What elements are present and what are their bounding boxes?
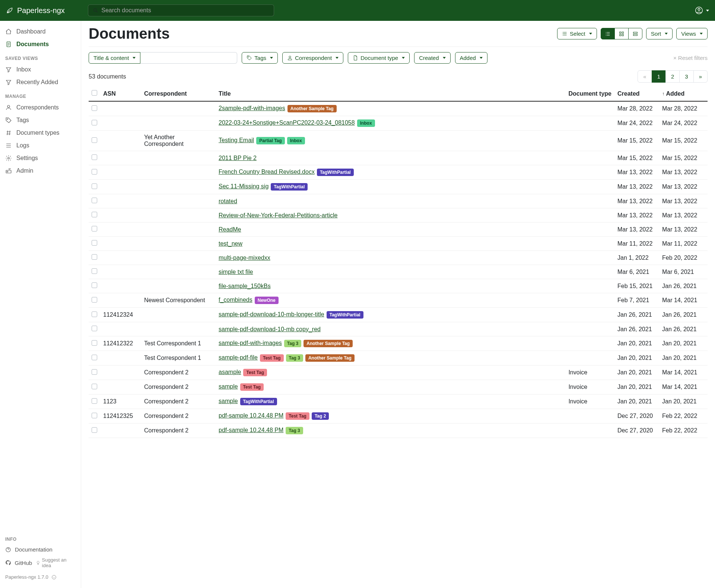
search-input[interactable] [101, 7, 269, 14]
document-link[interactable]: Testing Email [219, 137, 254, 143]
row-checkbox[interactable] [92, 355, 97, 360]
tag-badge[interactable]: Another Sample Tag [287, 105, 337, 112]
tag-badge[interactable]: Inbox [357, 119, 375, 127]
row-checkbox[interactable] [92, 427, 97, 433]
document-link[interactable]: pdf-sample 10.24.48 PM [219, 427, 283, 433]
cell-correspondent[interactable]: Newest Correspondent [141, 293, 216, 308]
document-link[interactable]: simple txt file [219, 269, 253, 275]
view-large-button[interactable] [628, 28, 642, 39]
tag-badge[interactable]: Another Sample Tag [304, 340, 353, 347]
row-checkbox[interactable] [92, 297, 97, 303]
row-checkbox[interactable] [92, 413, 97, 418]
row-checkbox[interactable] [92, 254, 97, 260]
tag-badge[interactable]: Tag 3 [286, 427, 303, 434]
filter-created-button[interactable]: Created [414, 52, 450, 64]
document-link[interactable]: sample-pdf-download-10-mb copy_red [219, 326, 321, 332]
tag-badge[interactable]: Tag 2 [312, 412, 329, 420]
row-checkbox[interactable] [92, 105, 97, 111]
row-checkbox[interactable] [92, 183, 97, 189]
sort-button[interactable]: Sort [646, 28, 673, 39]
row-checkbox[interactable] [92, 326, 97, 331]
row-checkbox[interactable] [92, 198, 97, 203]
select-button[interactable]: Select [557, 28, 597, 39]
row-checkbox[interactable] [92, 169, 97, 175]
document-link[interactable]: f_combineds [219, 297, 252, 303]
cell-correspondent[interactable]: Correspondent 2 [141, 424, 216, 438]
document-link[interactable]: 2sample-pdf-with-images [219, 105, 285, 111]
sidebar-item-dashboard[interactable]: Dashboard [0, 25, 81, 38]
tag-badge[interactable]: TagWithPartial [271, 183, 308, 191]
suggest-idea-link[interactable]: Suggest an idea [36, 557, 76, 568]
page-«[interactable]: « [638, 70, 652, 83]
document-link[interactable]: sample-pdf-file [219, 354, 258, 361]
tag-badge[interactable]: TagWithPartial [240, 398, 277, 405]
row-checkbox[interactable] [92, 120, 97, 125]
filter-added-button[interactable]: Added [455, 52, 487, 64]
filter-tags-button[interactable]: Tags [242, 52, 278, 64]
col-doctype[interactable]: Document type [565, 86, 614, 101]
tag-badge[interactable]: Inbox [287, 137, 305, 144]
sidebar-item-document-types[interactable]: Document types [0, 127, 81, 139]
document-link[interactable]: Sec 11-Missing sig [219, 183, 268, 189]
sidebar-item-settings[interactable]: Settings [0, 152, 81, 164]
row-checkbox[interactable] [92, 311, 97, 317]
info-icon[interactable] [51, 575, 57, 580]
cell-correspondent[interactable]: Test Correspondent 1 [141, 336, 216, 351]
cell-correspondent[interactable]: Yet Another Correspondent [141, 131, 216, 151]
filter-text-input[interactable] [140, 52, 237, 64]
row-checkbox[interactable] [92, 384, 97, 389]
row-checkbox[interactable] [92, 137, 97, 143]
info-link-github[interactable]: GitHubSuggest an idea [0, 555, 81, 571]
tag-badge[interactable]: Tag 3 [284, 340, 301, 347]
views-button[interactable]: Views [676, 28, 708, 39]
sidebar-item-documents[interactable]: Documents [0, 38, 81, 51]
col-correspondent[interactable]: Correspondent [141, 86, 216, 101]
cell-doctype[interactable]: Invoice [565, 394, 614, 409]
row-checkbox[interactable] [92, 212, 97, 217]
reset-filters-button[interactable]: × Reset filters [673, 55, 708, 61]
document-link[interactable]: ReadMe [219, 226, 241, 233]
cell-doctype[interactable]: Invoice [565, 380, 614, 394]
user-menu[interactable] [695, 6, 709, 15]
tag-badge[interactable]: TagWithPartial [317, 169, 354, 176]
page-3[interactable]: 3 [679, 70, 693, 83]
document-link[interactable]: sample-pdf-download-10-mb-longer-title [219, 311, 324, 317]
row-checkbox[interactable] [92, 340, 97, 346]
filter-correspondent-button[interactable]: Correspondent [282, 52, 343, 64]
brand[interactable]: Paperless-ngx [6, 6, 88, 15]
page-1[interactable]: 1 [652, 70, 666, 83]
tag-badge[interactable]: Tag 3 [286, 354, 303, 362]
document-link[interactable]: Review-of-New-York-Federal-Petitions-art… [219, 212, 338, 218]
select-all-checkbox[interactable] [92, 90, 97, 96]
tag-badge[interactable]: Test Tag [240, 383, 264, 391]
sidebar-item-correspondents[interactable]: Correspondents [0, 101, 81, 114]
document-link[interactable]: pdf-sample 10.24.48 PM [219, 412, 283, 419]
document-link[interactable]: French Country Bread Revised.docx [219, 169, 315, 175]
document-link[interactable]: sample [219, 383, 238, 390]
row-checkbox[interactable] [92, 369, 97, 375]
tag-badge[interactable]: Test Tag [260, 354, 284, 362]
cell-correspondent[interactable]: Test Correspondent 1 [141, 351, 216, 365]
row-checkbox[interactable] [92, 398, 97, 404]
tag-badge[interactable]: Partial Tag [256, 137, 285, 144]
col-added[interactable]: ↑Added [659, 86, 708, 101]
col-title[interactable]: Title [216, 86, 565, 101]
cell-correspondent[interactable]: Correspondent 2 [141, 409, 216, 424]
tag-badge[interactable]: Test Tag [243, 369, 267, 376]
document-link[interactable]: asample [219, 369, 241, 375]
document-link[interactable]: file-sample_150kBs [219, 283, 271, 289]
tag-badge[interactable]: Another Sample Tag [305, 354, 355, 362]
page-»[interactable]: » [693, 70, 708, 83]
cell-doctype[interactable]: Invoice [565, 365, 614, 380]
tag-badge[interactable]: NewOne [255, 297, 279, 304]
search-box[interactable] [88, 4, 274, 16]
view-details-button[interactable] [601, 28, 615, 39]
row-checkbox[interactable] [92, 154, 97, 160]
document-link[interactable]: 2011 BP Pie 2 [219, 155, 257, 161]
sidebar-item-tags[interactable]: Tags [0, 114, 81, 127]
document-link[interactable]: sample-pdf-with-images [219, 340, 282, 346]
sidebar-item-recently-added[interactable]: Recently Added [0, 76, 81, 89]
cell-correspondent[interactable]: Correspondent 2 [141, 394, 216, 409]
cell-correspondent[interactable]: Correspondent 2 [141, 365, 216, 380]
sidebar-item-logs[interactable]: Logs [0, 139, 81, 152]
